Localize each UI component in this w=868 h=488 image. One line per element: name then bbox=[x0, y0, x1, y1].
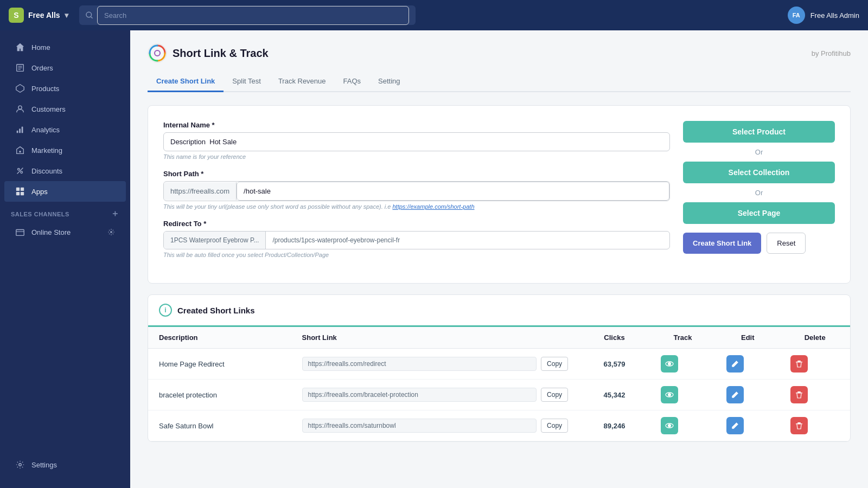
redirect-row: 1PCS Waterproof Eyebrow P... /products/1… bbox=[163, 231, 670, 249]
analytics-icon bbox=[15, 125, 25, 134]
tab-track-revenue[interactable]: Track Revenue bbox=[270, 72, 335, 92]
svg-rect-31 bbox=[797, 391, 801, 393]
cell-description-2: Safe Saturn Bowl bbox=[148, 410, 291, 441]
track-button-2[interactable] bbox=[661, 417, 678, 434]
search-icon bbox=[86, 11, 93, 19]
edit-button-0[interactable] bbox=[726, 355, 744, 373]
by-label: by Profitihub bbox=[812, 49, 851, 57]
svg-point-7 bbox=[18, 106, 22, 109]
sidebar-label-orders: Orders bbox=[31, 64, 53, 72]
copy-button-1[interactable]: Copy bbox=[541, 388, 568, 402]
sidebar-item-products[interactable]: Products bbox=[4, 78, 126, 99]
svg-point-32 bbox=[668, 424, 671, 427]
table-row: Home Page Redirect https://freealls.com/… bbox=[148, 349, 850, 380]
reset-button[interactable]: Reset bbox=[767, 233, 806, 254]
sidebar-item-marketing[interactable]: Marketing bbox=[4, 140, 126, 160]
user-area: FA Free Alls Admin bbox=[788, 7, 859, 24]
internal-name-field: Internal Name * This name is for your re… bbox=[163, 121, 670, 160]
or-divider-1: Or bbox=[683, 147, 835, 157]
sales-channels-label: SALES CHANNELS ＋ bbox=[0, 202, 130, 222]
cell-description-0: Home Page Redirect bbox=[148, 349, 291, 380]
cell-delete-0 bbox=[780, 349, 850, 380]
svg-rect-18 bbox=[21, 192, 24, 195]
table-row: bracelet protection https://freealls.com… bbox=[148, 380, 850, 410]
search-bar[interactable] bbox=[79, 5, 416, 25]
link-url-2: https://freealls.com/saturnbowl bbox=[302, 419, 537, 433]
delete-button-2[interactable] bbox=[790, 417, 808, 434]
cell-delete-1 bbox=[780, 380, 850, 410]
sidebar-item-home[interactable]: Home bbox=[4, 37, 126, 57]
user-name: Free Alls Admin bbox=[810, 11, 859, 20]
short-path-hint-link[interactable]: https://example.com/short-path bbox=[392, 203, 474, 210]
delete-button-1[interactable] bbox=[790, 386, 808, 403]
cell-edit-1 bbox=[716, 380, 780, 410]
create-short-link-button[interactable]: Create Short Link bbox=[683, 233, 761, 254]
select-collection-button[interactable]: Select Collection bbox=[683, 162, 835, 183]
shopify-icon: S bbox=[9, 8, 24, 23]
svg-rect-26 bbox=[796, 362, 802, 363]
svg-rect-19 bbox=[16, 230, 24, 236]
marketing-icon bbox=[15, 145, 25, 155]
redirect-to-field: Redirect To * 1PCS Waterproof Eyebrow P.… bbox=[163, 220, 670, 258]
sidebar-label-marketing: Marketing bbox=[31, 146, 62, 155]
internal-name-input[interactable] bbox=[163, 132, 670, 151]
app-icon bbox=[148, 43, 167, 63]
discounts-icon bbox=[15, 166, 25, 176]
redirect-label-part: 1PCS Waterproof Eyebrow P... bbox=[164, 232, 266, 249]
cell-edit-2 bbox=[716, 410, 780, 441]
main-content: Short Link & Track by Profitihub Create … bbox=[130, 30, 868, 488]
info-icon: i bbox=[159, 304, 172, 317]
edit-button-2[interactable] bbox=[726, 417, 744, 434]
tab-create-short-link[interactable]: Create Short Link bbox=[148, 72, 224, 92]
redirect-hint: This will be auto filled once you select… bbox=[163, 252, 670, 258]
col-edit: Edit bbox=[716, 327, 780, 349]
action-row: Create Short Link Reset bbox=[683, 233, 835, 254]
sidebar-item-online-store[interactable]: Online Store bbox=[4, 222, 126, 242]
sidebar-label-online-store: Online Store bbox=[31, 228, 71, 236]
sidebar-item-settings[interactable]: Settings bbox=[4, 454, 126, 475]
internal-name-hint: This name is for your reference bbox=[163, 153, 670, 160]
select-page-button[interactable]: Select Page bbox=[683, 202, 835, 224]
sidebar-item-apps[interactable]: Apps bbox=[4, 181, 126, 202]
copy-button-2[interactable]: Copy bbox=[541, 419, 568, 433]
search-input[interactable] bbox=[97, 6, 409, 25]
tab-faqs[interactable]: FAQs bbox=[335, 72, 370, 92]
short-path-row: https://freealls.com bbox=[163, 181, 670, 201]
top-navigation: S Free Alls ▾ FA Free Alls Admin bbox=[0, 0, 868, 30]
redirect-to-label: Redirect To * bbox=[163, 220, 670, 228]
orders-icon bbox=[15, 63, 25, 73]
delete-button-0[interactable] bbox=[790, 355, 808, 373]
svg-rect-8 bbox=[17, 131, 18, 133]
track-button-1[interactable] bbox=[661, 386, 678, 403]
store-logo[interactable]: S Free Alls ▾ bbox=[9, 8, 68, 23]
sidebar-label-settings: Settings bbox=[31, 461, 57, 469]
col-short-link: Short Link bbox=[291, 327, 579, 349]
sidebar-label-discounts: Discounts bbox=[31, 167, 62, 175]
links-section-title: Created Short Links bbox=[177, 306, 255, 315]
svg-marker-6 bbox=[16, 85, 24, 92]
track-button-0[interactable] bbox=[661, 355, 678, 373]
sidebar-bottom: Settings bbox=[0, 448, 130, 481]
tab-setting[interactable]: Setting bbox=[369, 72, 409, 92]
link-url-1: https://freealls.com/bracelet-protection bbox=[302, 388, 537, 402]
sidebar-item-orders[interactable]: Orders bbox=[4, 57, 126, 78]
redirect-path-part: /products/1pcs-waterproof-eyebrow-pencil… bbox=[266, 232, 669, 249]
edit-button-1[interactable] bbox=[726, 386, 744, 403]
select-product-button[interactable]: Select Product bbox=[683, 121, 835, 143]
tab-split-test[interactable]: Split Test bbox=[224, 72, 270, 92]
cell-short-link-0: https://freealls.com/redirect Copy bbox=[291, 349, 579, 380]
add-sales-channel-icon[interactable]: ＋ bbox=[111, 208, 120, 220]
svg-rect-34 bbox=[796, 423, 802, 425]
internal-name-label: Internal Name * bbox=[163, 121, 670, 129]
sidebar-item-discounts[interactable]: Discounts bbox=[4, 160, 126, 181]
customers-icon bbox=[15, 104, 25, 114]
sidebar-item-analytics[interactable]: Analytics bbox=[4, 119, 126, 140]
store-dropdown-icon[interactable]: ▾ bbox=[65, 11, 68, 20]
copy-button-0[interactable]: Copy bbox=[541, 357, 568, 371]
short-path-hint: This will be your tiny url(please use on… bbox=[163, 203, 670, 210]
short-path-input[interactable] bbox=[237, 182, 669, 201]
or-divider-2: Or bbox=[683, 188, 835, 198]
sidebar-item-customers[interactable]: Customers bbox=[4, 99, 126, 119]
cell-description-1: bracelet protection bbox=[148, 380, 291, 410]
svg-rect-35 bbox=[797, 422, 801, 423]
